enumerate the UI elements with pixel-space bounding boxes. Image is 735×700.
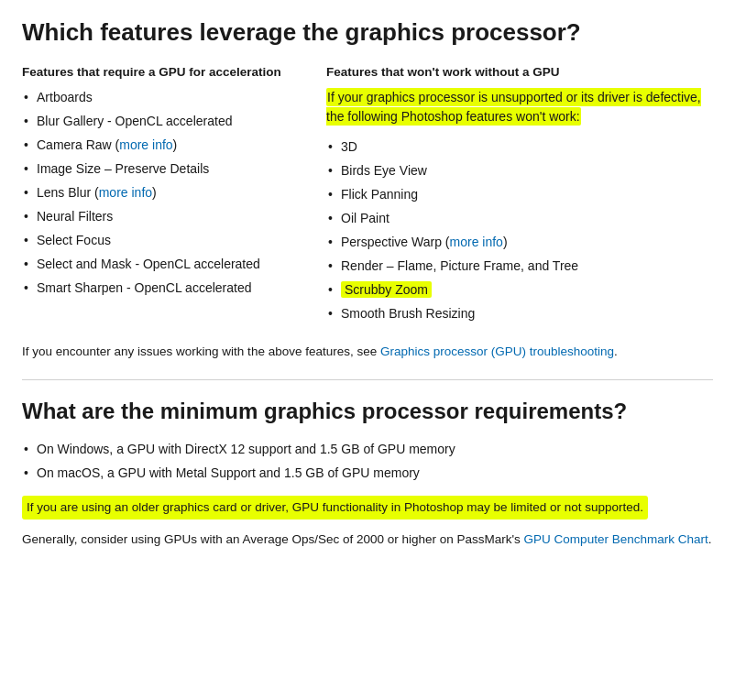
right-highlight-paragraph: If your graphics processor is unsupporte…: [326, 88, 713, 126]
section-divider: [22, 379, 713, 380]
list-item: Artboards: [22, 88, 297, 107]
left-column: Features that require a GPU for accelera…: [22, 65, 297, 328]
list-item: Birds Eye View: [326, 161, 713, 180]
list-item: 3D: [326, 137, 713, 157]
lens-blur-link[interactable]: more info: [99, 185, 152, 200]
right-column: Features that won't work without a GPU I…: [326, 65, 713, 328]
list-item: Render – Flame, Picture Frame, and Tree: [326, 257, 713, 276]
general-recommendation: Generally, consider using GPUs with an A…: [22, 530, 713, 549]
list-item: On Windows, a GPU with DirectX 12 suppor…: [22, 440, 713, 459]
scrubby-zoom-highlight: Scrubby Zoom: [341, 281, 432, 298]
right-col-header: Features that won't work without a GPU: [326, 65, 713, 79]
general-text-suffix: .: [708, 532, 712, 546]
left-feature-list: Artboards Blur Gallery - OpenCL accelera…: [22, 88, 297, 298]
general-text-prefix: Generally, consider using GPUs with an A…: [22, 532, 524, 546]
benchmark-link[interactable]: GPU Computer Benchmark Chart: [524, 532, 708, 546]
min-req-list: On Windows, a GPU with DirectX 12 suppor…: [22, 440, 713, 483]
list-item: Camera Raw (more info): [22, 136, 297, 155]
list-item: On macOS, a GPU with Metal Support and 1…: [22, 464, 713, 483]
list-item: Smart Sharpen - OpenCL accelerated: [22, 279, 297, 298]
notice-prefix: If you encounter any issues working with…: [22, 345, 380, 358]
troubleshooting-notice: If you encounter any issues working with…: [22, 343, 713, 361]
section1-title: Which features leverage the graphics pro…: [22, 18, 713, 47]
troubleshooting-link[interactable]: Graphics processor (GPU) troubleshooting: [380, 345, 614, 358]
warning-highlight-text: If you are using an older graphics card …: [22, 496, 648, 520]
list-item: Neural Filters: [22, 207, 297, 226]
perspective-warp-link[interactable]: more info: [450, 235, 503, 249]
camera-raw-link[interactable]: more info: [119, 137, 172, 152]
section2: What are the minimum graphics processor …: [22, 399, 713, 549]
list-item-select-focus: Select Focus: [22, 231, 297, 250]
list-item: Flick Panning: [326, 185, 713, 204]
gpu-warning-highlight: If your graphics processor is unsupporte…: [326, 88, 701, 126]
older-gpu-warning: If you are using an older graphics card …: [22, 496, 713, 530]
left-col-header: Features that require a GPU for accelera…: [22, 65, 297, 79]
list-item: Oil Paint: [326, 209, 713, 228]
list-item: Image Size – Preserve Details: [22, 159, 297, 179]
section2-title: What are the minimum graphics processor …: [22, 399, 713, 425]
list-item: Blur Gallery - OpenCL accelerated: [22, 112, 297, 131]
list-item-scrubby-zoom: Scrubby Zoom: [326, 280, 713, 300]
list-item: Smooth Brush Resizing: [326, 304, 713, 323]
notice-suffix: .: [614, 345, 618, 358]
list-item: Select and Mask - OpenCL accelerated: [22, 255, 297, 274]
two-column-layout: Features that require a GPU for accelera…: [22, 65, 713, 328]
right-feature-list: 3D Birds Eye View Flick Panning Oil Pain…: [326, 137, 713, 323]
list-item: Lens Blur (more info): [22, 183, 297, 202]
list-item: Perspective Warp (more info): [326, 233, 713, 252]
